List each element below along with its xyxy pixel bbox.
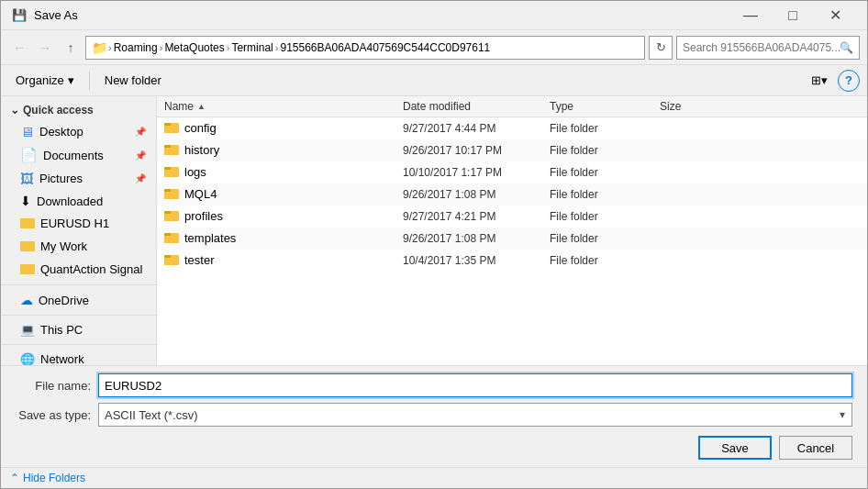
- folder-icon: [164, 142, 179, 158]
- quick-access-header[interactable]: ⌄ Quick access: [1, 100, 156, 120]
- column-type[interactable]: Type: [550, 100, 660, 113]
- bottom-area: File name: Save as type: ASCII Text (*.c…: [1, 365, 867, 467]
- search-bar[interactable]: 🔍: [676, 36, 860, 60]
- help-button[interactable]: ?: [838, 70, 860, 92]
- organize-label: Organize: [16, 73, 64, 87]
- table-row[interactable]: history 9/26/2017 10:17 PM File folder: [157, 139, 867, 161]
- table-row[interactable]: config 9/27/2017 4:44 PM File folder: [157, 117, 867, 139]
- main-content: ⌄ Quick access 🖥 Desktop 📌 📄 Documents 📌…: [1, 96, 867, 365]
- sidebar-item-pictures[interactable]: 🖼 Pictures 📌: [1, 167, 156, 190]
- table-row[interactable]: profiles 9/27/2017 4:21 PM File folder: [157, 206, 867, 228]
- sort-arrow: ▲: [197, 102, 206, 111]
- toolbar-separator: [89, 72, 90, 90]
- table-row[interactable]: templates 9/26/2017 1:08 PM File folder: [157, 228, 867, 250]
- column-date-label: Date modified: [403, 100, 471, 113]
- thispc-icon: 💻: [20, 323, 35, 337]
- table-row[interactable]: MQL4 9/26/2017 1:08 PM File folder: [157, 183, 867, 206]
- breadcrumb-bar[interactable]: 📁 › Roaming › MetaQuotes › Terminal › 91…: [85, 36, 645, 60]
- file-type: File folder: [550, 254, 660, 267]
- desktop-label: Desktop: [39, 125, 83, 139]
- svg-rect-9: [164, 123, 171, 126]
- savetype-label: Save as type:: [16, 408, 98, 422]
- file-date: 9/26/2017 1:08 PM: [403, 232, 550, 245]
- folder-icon: [164, 208, 179, 224]
- view-button[interactable]: ⊞ ▾: [805, 70, 834, 91]
- sidebar-item-mywork[interactable]: My Work: [1, 235, 156, 258]
- documents-icon: 📄: [20, 147, 38, 163]
- filename-label: File name:: [16, 379, 98, 393]
- file-date: 9/26/2017 1:08 PM: [403, 188, 550, 201]
- file-name: templates: [184, 231, 236, 245]
- file-list-header: Name ▲ Date modified Type Size: [157, 96, 867, 117]
- buttons-row: Save Cancel: [16, 432, 852, 460]
- cancel-button[interactable]: Cancel: [779, 436, 852, 460]
- breadcrumb-roaming[interactable]: Roaming: [114, 41, 158, 54]
- table-row[interactable]: logs 10/10/2017 1:17 PM File folder: [157, 161, 867, 183]
- column-size-label: Size: [660, 100, 681, 113]
- file-name: logs: [184, 165, 206, 179]
- file-name: MQL4: [184, 187, 217, 201]
- file-date: 9/27/2017 4:44 PM: [403, 122, 550, 135]
- downloaded-label: Downloaded: [37, 194, 103, 208]
- file-type: File folder: [550, 144, 660, 157]
- hide-folders-bar[interactable]: ⌃ Hide Folders: [1, 467, 867, 488]
- sidebar-divider-1: [1, 284, 156, 285]
- minimize-button[interactable]: —: [729, 1, 772, 30]
- sidebar-item-thispc[interactable]: 💻 This PC: [1, 319, 156, 340]
- sidebar-item-eurusd[interactable]: EURUSD H1: [1, 212, 156, 235]
- forward-button[interactable]: →: [34, 37, 56, 59]
- quantaction-icon: [20, 261, 35, 277]
- file-cell-name: MQL4: [164, 186, 403, 202]
- new-folder-button[interactable]: New folder: [97, 71, 169, 90]
- pictures-label: Pictures: [39, 172, 83, 185]
- up-button[interactable]: ↑: [60, 37, 82, 59]
- mywork-icon: [20, 239, 35, 254]
- savetype-select[interactable]: ASCII Text (*.csv): [98, 403, 852, 427]
- file-name: config: [184, 121, 217, 135]
- svg-rect-5: [20, 264, 28, 268]
- eurusd-label: EURUSD H1: [40, 217, 109, 230]
- svg-rect-21: [164, 189, 171, 192]
- savetype-wrapper: ASCII Text (*.csv): [98, 403, 852, 427]
- file-type: File folder: [550, 188, 660, 201]
- filename-row: File name:: [16, 373, 852, 397]
- file-date: 9/26/2017 10:17 PM: [403, 144, 550, 157]
- refresh-button[interactable]: ↻: [649, 36, 673, 60]
- sidebar-item-downloaded[interactable]: ⬇ Downloaded: [1, 190, 156, 212]
- file-cell-name: tester: [164, 252, 403, 268]
- downloaded-icon: ⬇: [20, 194, 31, 208]
- svg-rect-29: [164, 233, 171, 236]
- sidebar-item-quantaction[interactable]: QuantAction Signal: [1, 258, 156, 281]
- sidebar-item-desktop[interactable]: 🖥 Desktop 📌: [1, 120, 156, 143]
- folder-icon: [164, 230, 179, 246]
- maximize-button[interactable]: □: [772, 1, 814, 30]
- breadcrumb-folder-icon: 📁: [92, 40, 106, 55]
- column-size[interactable]: Size: [660, 100, 733, 113]
- onedrive-icon: ☁: [20, 293, 33, 307]
- file-type: File folder: [550, 122, 660, 135]
- sidebar-item-onedrive[interactable]: ☁ OneDrive: [1, 289, 156, 311]
- view-icon: ⊞: [811, 73, 821, 87]
- back-button[interactable]: ←: [8, 37, 30, 59]
- breadcrumb-guid[interactable]: 915566BA06ADA407569C544CC0D97611: [280, 41, 490, 54]
- hide-folders-label: Hide Folders: [23, 472, 85, 484]
- close-button[interactable]: ✕: [814, 1, 856, 30]
- organize-arrow: ▾: [68, 73, 74, 87]
- folder-icon: [164, 164, 179, 180]
- file-name: history: [184, 143, 219, 157]
- column-name[interactable]: Name ▲: [164, 100, 403, 113]
- search-input[interactable]: [683, 41, 840, 54]
- sidebar-item-documents[interactable]: 📄 Documents 📌: [1, 143, 156, 167]
- organize-button[interactable]: Organize ▾: [8, 71, 82, 90]
- breadcrumb-metaquotes[interactable]: MetaQuotes: [164, 41, 224, 54]
- column-date[interactable]: Date modified: [403, 100, 550, 113]
- filename-input[interactable]: [98, 373, 852, 397]
- sidebar-item-network[interactable]: 🌐 Network: [1, 349, 156, 365]
- file-type: File folder: [550, 210, 660, 223]
- search-icon: 🔍: [840, 41, 853, 54]
- breadcrumb-terminal[interactable]: Terminal: [231, 41, 273, 54]
- save-button[interactable]: Save: [698, 436, 772, 460]
- file-type: File folder: [550, 166, 660, 179]
- table-row[interactable]: tester 10/4/2017 1:35 PM File folder: [157, 250, 867, 272]
- sidebar-divider-2: [1, 315, 156, 316]
